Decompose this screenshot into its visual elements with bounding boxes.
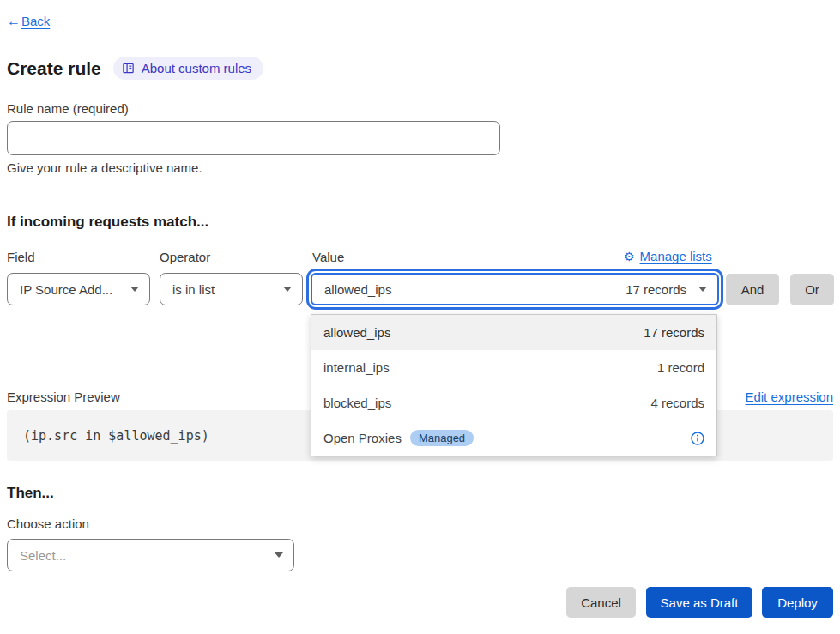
chevron-down-icon: [130, 287, 139, 292]
manage-lists-link[interactable]: ⚙ Manage lists: [624, 249, 712, 263]
choose-action-label: Choose action: [7, 516, 89, 531]
about-custom-rules-label: About custom rules: [142, 61, 251, 75]
option-detail: 17 records: [644, 325, 704, 340]
edit-expression-link[interactable]: Edit expression: [745, 389, 833, 405]
operator-select-value: is in list: [172, 282, 215, 297]
chevron-down-icon: [275, 552, 283, 558]
action-select-placeholder: Select...: [20, 548, 66, 563]
dropdown-option-open-proxies[interactable]: Open Proxies Managed: [311, 420, 716, 456]
edit-expression-label: Edit expression: [745, 389, 833, 404]
rule-name-helper-text: Give your rule a descriptive name.: [7, 160, 202, 175]
option-name: allowed_ips: [323, 325, 390, 340]
back-arrow-icon: ←: [7, 14, 21, 29]
back-link-label: Back: [21, 14, 50, 28]
rule-name-input[interactable]: [7, 121, 500, 155]
about-custom-rules-link[interactable]: About custom rules: [113, 57, 263, 80]
field-label: Field: [7, 250, 35, 264]
and-button[interactable]: And: [726, 274, 779, 305]
value-dropdown-panel: allowed_ips 17 records internal_ips 1 re…: [311, 314, 717, 456]
expression-preview-label: Expression Preview: [7, 389, 120, 404]
dropdown-option-allowed-ips[interactable]: allowed_ips 17 records: [311, 315, 716, 350]
operator-select[interactable]: is in list: [160, 273, 303, 305]
page-title: Create rule: [7, 58, 101, 79]
option-detail: 4 records: [650, 395, 704, 410]
option-name: Open Proxies: [323, 431, 402, 445]
operator-label: Operator: [160, 250, 210, 264]
field-select[interactable]: IP Source Add...: [7, 273, 150, 305]
value-select-records: 17 records: [625, 282, 686, 297]
deploy-button[interactable]: Deploy: [762, 587, 833, 618]
value-select[interactable]: allowed_ips 17 records: [311, 273, 719, 305]
book-icon: [122, 62, 135, 75]
expression-code: (ip.src in $allowed_ips): [23, 428, 209, 444]
action-select[interactable]: Select...: [7, 539, 294, 571]
dropdown-option-blocked-ips[interactable]: blocked_ips 4 records: [311, 385, 716, 420]
field-select-value: IP Source Add...: [20, 282, 112, 297]
title-row: Create rule About custom rules: [7, 57, 263, 80]
managed-badge: Managed: [410, 430, 474, 446]
section-divider: [7, 196, 833, 196]
chevron-down-icon: [698, 287, 707, 292]
chevron-down-icon: [283, 287, 292, 292]
save-as-draft-button[interactable]: Save as Draft: [646, 587, 752, 618]
dropdown-option-internal-ips[interactable]: internal_ips 1 record: [311, 350, 716, 385]
or-button[interactable]: Or: [790, 274, 834, 305]
match-section-heading: If incoming requests match...: [7, 214, 208, 231]
value-label: Value: [312, 250, 344, 264]
info-icon[interactable]: [691, 432, 704, 445]
cancel-button[interactable]: Cancel: [566, 587, 636, 618]
rule-name-label: Rule name (required): [7, 101, 129, 116]
option-detail: 1 record: [657, 360, 704, 375]
create-rule-page: ←Back Create rule About custom rules Rul…: [0, 0, 840, 634]
option-name: internal_ips: [323, 360, 390, 375]
gear-icon: ⚙: [624, 250, 635, 263]
back-link[interactable]: ←Back: [7, 14, 50, 29]
option-name: blocked_ips: [323, 395, 391, 410]
then-section-heading: Then...: [7, 485, 54, 502]
value-select-value: allowed_ips: [324, 282, 391, 297]
manage-lists-label: Manage lists: [640, 249, 712, 263]
